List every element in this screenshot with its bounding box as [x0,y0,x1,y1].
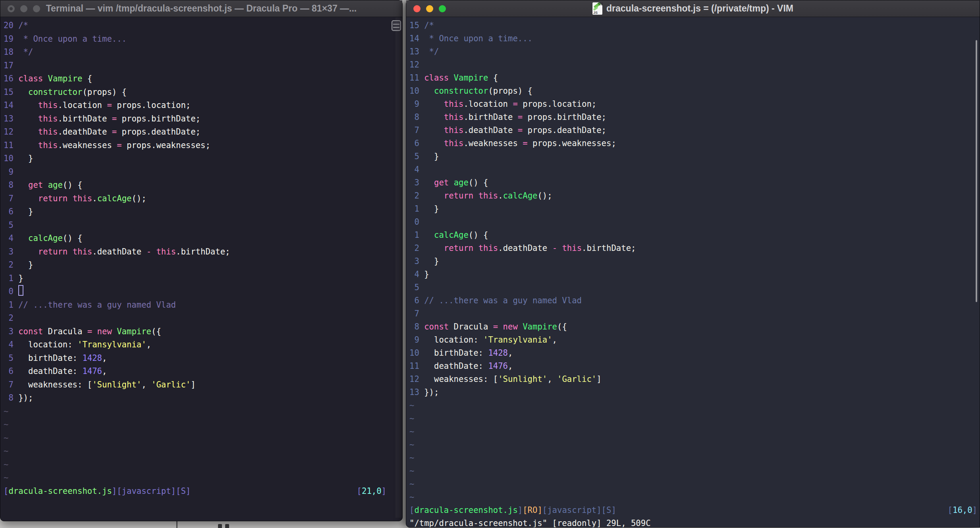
terminal-titlebar[interactable]: Terminal — vim /tmp/dracula-screenshot.j… [0,0,402,17]
syntax-token: , [141,380,151,389]
syntax-token: }); [18,393,33,403]
empty-line-tilde: ~ [4,418,402,432]
js-file-icon[interactable]: JS [592,2,602,15]
syntax-token: , [547,374,557,384]
syntax-token: = [493,322,498,331]
code-text: return this.calcAge(); [424,189,980,202]
code-text: location: 'Transylvania', [424,333,980,347]
code-text: this.birthDate = props.birthDate; [424,111,980,124]
syntax-token: return [444,191,473,200]
code-line: 15 constructor(props) { [4,86,402,99]
code-text: return this.deathDate - this.birthDate; [424,242,980,255]
empty-line-tilde: ~ [409,399,980,412]
syntax-token: */ [18,47,33,57]
code-text [424,58,980,71]
line-number: 10 [409,347,424,360]
code-line: 9 [4,166,402,179]
code-line: 14 this.location = props.location; [4,99,402,112]
code-text: } [18,258,402,272]
minimize-button[interactable] [426,5,433,12]
line-number: 1 [409,202,424,216]
syntax-token: .birthDate; [582,243,636,253]
scrollbar-track[interactable] [395,17,402,518]
line-number: 13 [409,386,424,399]
zoom-button[interactable] [439,5,446,12]
code-line: 3 const Dracula = new Vampire({ [4,325,402,339]
syntax-token: Dracula [43,327,87,336]
syntax-token: calcAge [97,194,132,203]
scrollbar-thumb[interactable] [976,40,977,302]
code-line: 5 } [409,150,980,163]
code-text: } [18,152,402,166]
syntax-token: const [424,322,449,331]
syntax-token: [ [542,505,547,515]
line-number: 6 [409,294,424,307]
code-text: birthDate: 1428, [424,347,980,360]
syntax-token: = [87,327,92,336]
macvim-window: JS dracula-screenshot.js = (/private/tmp… [406,0,980,528]
syntax-token: dracula-screenshot.js [414,505,517,515]
macvim-window-title: JS dracula-screenshot.js = (/private/tmp… [406,2,980,15]
code-line: 10 } [4,152,402,166]
code-text: return this.calcAge(); [18,192,402,206]
line-number: 3 [4,325,18,339]
macvim-titlebar[interactable]: JS dracula-screenshot.js = (/private/tmp… [406,0,980,17]
vim-statusline: [dracula-screenshot.js][RO][javascript][… [409,504,980,517]
line-number: 13 [4,112,18,126]
syntax-token: [ [357,486,362,496]
line-number: 11 [4,139,18,152]
syntax-token: 'Sunlight' [92,380,141,389]
code-text: const Dracula = new Vampire({ [424,320,980,333]
terminal-window: Terminal — vim /tmp/dracula-screenshot.j… [0,0,403,521]
code-text: } [18,272,402,285]
code-text: constructor(props) { [18,86,402,99]
line-number: 5 [4,219,18,232]
split-pane-icon[interactable] [392,20,401,31]
syntax-token: ] [382,486,386,496]
code-text: class Vampire { [424,71,980,85]
syntax-token: ][ [171,486,181,496]
line-number: 17 [4,59,18,73]
syntax-token [424,86,434,96]
line-number: 3 [4,245,18,259]
empty-line-tilde: ~ [4,445,402,458]
code-line: 7 this.deathDate = props.deathDate; [409,124,980,137]
syntax-token: return [38,194,68,203]
syntax-token: S [606,505,611,515]
vim-cursor [18,285,23,296]
zoom-button[interactable] [33,5,40,12]
code-line: 7 return this.calcAge(); [4,192,402,206]
code-line: 4 location: 'Transylvania', [4,338,402,352]
close-button[interactable] [8,5,15,12]
code-line: 5 [4,219,402,232]
line-number: 10 [409,85,424,98]
syntax-token [18,180,28,190]
syntax-token: /* [424,21,434,30]
vim-buffer-left[interactable]: 20 /*19 * Once upon a time...18 */17 16 … [0,17,402,521]
syntax-token: = [112,114,117,123]
syntax-token: () { [469,230,488,240]
syntax-token: ][ [112,486,122,496]
syntax-token: ] [611,505,616,515]
code-line: 3 } [409,255,980,268]
window-controls [413,5,446,12]
code-text: get age() { [18,179,402,192]
vim-buffer-right[interactable]: 15 /*14 * Once upon a time...13 */12 11 … [406,17,980,527]
code-line: 6 // ...there was a guy named Vlad [409,294,980,307]
line-number: 0 [4,285,18,299]
code-line: 13 this.birthDate = props.birthDate; [4,112,402,126]
syntax-token: ] [596,374,601,384]
syntax-token: Dracula [449,322,493,331]
minimize-button[interactable] [20,5,27,12]
syntax-token: get [28,180,43,190]
code-text: calcAge() { [18,232,402,245]
line-number: 9 [4,166,18,179]
line-number: 12 [409,373,424,386]
code-text: birthDate: 1428, [18,352,402,365]
syntax-token: /* [18,21,28,30]
syntax-token: .location [463,99,513,109]
syntax-token: Vampire [117,327,151,336]
code-text: deathDate: 1476, [424,360,980,373]
close-button[interactable] [413,5,421,12]
syntax-token: .deathDate [92,247,146,256]
